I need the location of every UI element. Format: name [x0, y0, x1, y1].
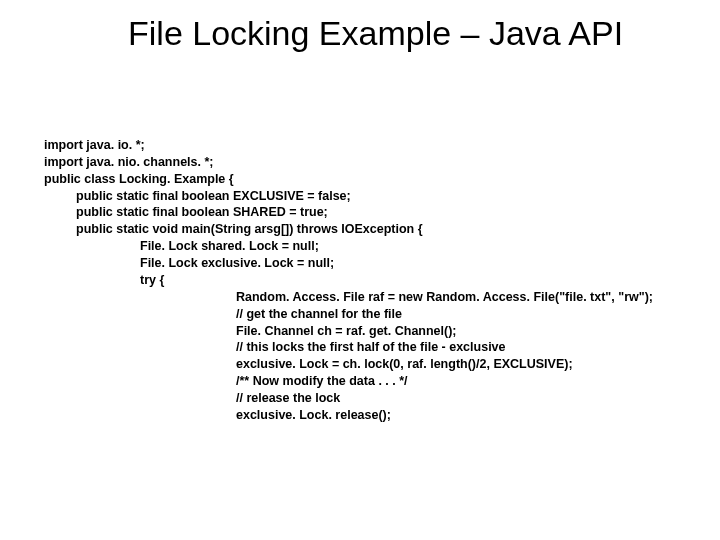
- slide: File Locking Example – Java API import j…: [0, 0, 720, 540]
- code-line: Random. Access. File raf = new Random. A…: [44, 289, 653, 306]
- code-line: // get the channel for the file: [44, 306, 653, 323]
- code-line: /** Now modify the data . . . */: [44, 373, 653, 390]
- code-line: File. Channel ch = raf. get. Channel();: [44, 323, 653, 340]
- code-line: try {: [44, 272, 653, 289]
- code-line: exclusive. Lock = ch. lock(0, raf. lengt…: [44, 356, 653, 373]
- code-line: public static void main(String arsg[]) t…: [44, 221, 653, 238]
- code-line: public static final boolean EXCLUSIVE = …: [44, 188, 653, 205]
- code-line: // release the lock: [44, 390, 653, 407]
- page-title: File Locking Example – Java API: [128, 14, 623, 53]
- code-line: File. Lock exclusive. Lock = null;: [44, 255, 653, 272]
- code-line: exclusive. Lock. release();: [44, 407, 653, 424]
- code-line: public class Locking. Example {: [44, 172, 234, 186]
- code-line: import java. nio. channels. *;: [44, 155, 213, 169]
- code-line: public static final boolean SHARED = tru…: [44, 204, 653, 221]
- code-line: File. Lock shared. Lock = null;: [44, 238, 653, 255]
- code-block: import java. io. *; import java. nio. ch…: [44, 120, 653, 424]
- code-line: import java. io. *;: [44, 138, 145, 152]
- code-line: // this locks the first half of the file…: [44, 339, 653, 356]
